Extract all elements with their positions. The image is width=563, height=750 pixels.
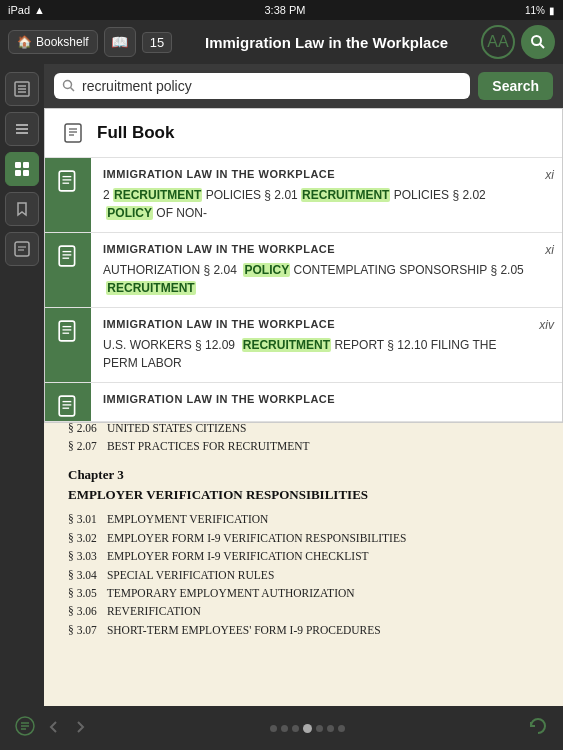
sec-num: § 3.02: [68, 529, 104, 547]
highlight: RECRUITMENT: [106, 281, 195, 295]
status-left: iPad ▲: [8, 4, 45, 16]
svg-rect-34: [59, 396, 74, 416]
search-button[interactable]: [521, 25, 555, 59]
sec-num: § 3.07: [68, 621, 104, 639]
search-result-4[interactable]: IMMIGRATION LAW IN THE WORKPLACE: [45, 383, 562, 422]
wifi-icon: ▲: [34, 4, 45, 16]
top-bar-right: AA: [481, 25, 555, 59]
library-button[interactable]: [14, 715, 36, 742]
battery-label: 11%: [525, 5, 545, 16]
search-input-wrap[interactable]: [54, 73, 470, 99]
sec-num: § 3.05: [68, 584, 104, 602]
search-input[interactable]: [82, 78, 462, 94]
full-book-label: Full Book: [97, 123, 174, 143]
bookshelf-icon: 🏠: [17, 35, 32, 49]
section-3-01[interactable]: § 3.01 EMPLOYMENT VERIFICATION: [68, 510, 539, 528]
section-2-07[interactable]: § 2.07 BEST PRACTICES FOR RECRUITMENT: [68, 437, 539, 455]
bottom-right: [527, 715, 549, 742]
highlight: RECRUITMENT: [301, 188, 390, 202]
svg-rect-9: [15, 162, 21, 168]
page-number: 15: [142, 32, 172, 53]
result-2-content: IMMIGRATION LAW IN THE WORKPLACE AUTHORI…: [91, 233, 545, 307]
result-1-book-title: IMMIGRATION LAW IN THE WORKPLACE: [103, 168, 533, 180]
result-3-text: U.S. WORKERS § 12.09 RECRUITMENT REPORT …: [103, 336, 527, 372]
dot-1: [270, 725, 277, 732]
next-button[interactable]: [72, 717, 88, 740]
aa-button[interactable]: AA: [481, 25, 515, 59]
top-bar-left: 🏠 Bookshelf 📖 15: [8, 27, 172, 57]
result-3-page: xiv: [539, 308, 562, 382]
sec-text: REVERIFICATION: [107, 605, 201, 617]
section-3-02[interactable]: § 3.02 EMPLOYER FORM I-9 VERIFICATION RE…: [68, 529, 539, 547]
search-overlay: Search Full Book: [44, 64, 563, 423]
section-3-05[interactable]: § 3.05 TEMPORARY EMPLOYMENT AUTHORIZATIO…: [68, 584, 539, 602]
sec-text: EMPLOYER FORM I-9 VERIFICATION CHECKLIST: [107, 550, 369, 562]
dot-4: [303, 724, 312, 733]
svg-rect-10: [23, 162, 29, 168]
prev-button[interactable]: [46, 717, 62, 740]
sidebar-grid-btn[interactable]: [5, 152, 39, 186]
chapter-3-heading: EMPLOYER VERIFICATION RESPONSIBILITIES: [68, 487, 539, 504]
contents-button[interactable]: 📖: [104, 27, 136, 57]
sidebar-notes-btn[interactable]: [5, 232, 39, 266]
search-result-2[interactable]: IMMIGRATION LAW IN THE WORKPLACE AUTHORI…: [45, 233, 562, 308]
result-1-icon-bar: [45, 158, 91, 232]
bottom-bar: [0, 706, 563, 750]
dot-7: [338, 725, 345, 732]
bookshelf-label: Bookshelf: [36, 35, 89, 49]
svg-rect-30: [59, 321, 74, 341]
book-icon: 📖: [111, 34, 128, 50]
search-go-button[interactable]: Search: [478, 72, 553, 100]
highlight: RECRUITMENT: [113, 188, 202, 202]
svg-line-1: [540, 44, 544, 48]
sec-text: EMPLOYMENT VERIFICATION: [107, 513, 269, 525]
result-2-icon-bar: [45, 233, 91, 307]
sec-num: § 3.06: [68, 602, 104, 620]
search-results-panel: Full Book IMMIGRATION LAW IN THE WORKPLA…: [44, 108, 563, 423]
search-icon: [530, 34, 546, 50]
main-content: CONTENTS Chapter 1 AGENCY OVERVIEW AND S…: [0, 64, 563, 706]
section-3-06[interactable]: § 3.06 REVERIFICATION: [68, 602, 539, 620]
chapter-3-group: Chapter 3 EMPLOYER VERIFICATION RESPONSI…: [68, 467, 539, 639]
highlight: RECRUITMENT: [242, 338, 331, 352]
result-4-book-title: IMMIGRATION LAW IN THE WORKPLACE: [103, 393, 542, 405]
book-title: Immigration Law in the Workplace: [172, 34, 481, 51]
sidebar-list-btn[interactable]: [5, 112, 39, 146]
result-1-page: xi: [545, 158, 562, 232]
svg-rect-13: [15, 242, 29, 256]
sidebar-bookmark-btn[interactable]: [5, 192, 39, 226]
refresh-button[interactable]: [527, 715, 549, 742]
progress-dots: [270, 724, 345, 733]
svg-rect-22: [59, 171, 74, 191]
svg-rect-18: [65, 124, 81, 142]
search-bar: Search: [44, 64, 563, 108]
sidebar-contents-btn[interactable]: [5, 72, 39, 106]
dot-2: [281, 725, 288, 732]
sec-num: § 3.03: [68, 547, 104, 565]
section-3-07[interactable]: § 3.07 SHORT-TERM EMPLOYEES' FORM I-9 PR…: [68, 621, 539, 639]
svg-rect-12: [23, 170, 29, 176]
search-result-3[interactable]: IMMIGRATION LAW IN THE WORKPLACE U.S. WO…: [45, 308, 562, 383]
section-3-04[interactable]: § 3.04 SPECIAL VERIFICATION RULES: [68, 566, 539, 584]
sec-num: § 3.01: [68, 510, 104, 528]
sec-num: § 2.07: [68, 437, 104, 455]
sec-text: UNITED STATES CITIZENS: [107, 422, 247, 434]
result-2-page: xi: [545, 233, 562, 307]
section-3-03[interactable]: § 3.03 EMPLOYER FORM I-9 VERIFICATION CH…: [68, 547, 539, 565]
sec-num: § 3.04: [68, 566, 104, 584]
progress-indicator: [88, 724, 527, 733]
highlight: POLICY: [243, 263, 290, 277]
sec-text: BEST PRACTICES FOR RECRUITMENT: [107, 440, 310, 452]
dot-5: [316, 725, 323, 732]
result-4-content: IMMIGRATION LAW IN THE WORKPLACE: [91, 383, 554, 421]
full-book-row[interactable]: Full Book: [45, 109, 562, 158]
bookshelf-button[interactable]: 🏠 Bookshelf: [8, 30, 98, 54]
result-2-book-title: IMMIGRATION LAW IN THE WORKPLACE: [103, 243, 533, 255]
search-result-1[interactable]: IMMIGRATION LAW IN THE WORKPLACE 2 RECRU…: [45, 158, 562, 233]
result-4-icon-bar: [45, 383, 91, 421]
result-3-content: IMMIGRATION LAW IN THE WORKPLACE U.S. WO…: [91, 308, 539, 382]
svg-line-17: [71, 88, 75, 92]
result-4-page: [554, 383, 562, 421]
bottom-left: [14, 715, 88, 742]
dot-6: [327, 725, 334, 732]
